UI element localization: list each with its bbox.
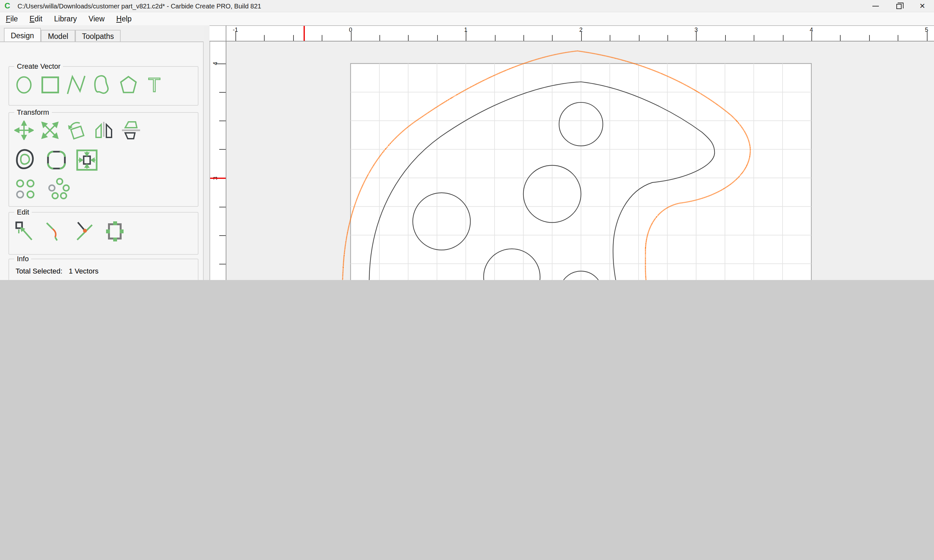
- drawing-surface[interactable]: [227, 42, 934, 280]
- node-edit-tool[interactable]: [14, 220, 36, 242]
- horizontal-ruler: -1012345: [227, 25, 934, 42]
- h-ruler-label: 0: [343, 26, 358, 33]
- info-group: Info Total Selected: 1 Vectors Open Sele…: [8, 258, 199, 280]
- create-vector-group: Create Vector: [8, 66, 199, 106]
- h-ruler-tick: [581, 32, 581, 41]
- design-pane: Create Vector: [0, 42, 203, 280]
- design-sidebar: Design Model Toolpaths Create Vector: [0, 25, 203, 280]
- h-ruler-tick: [495, 35, 495, 41]
- inner-offset-tool[interactable]: [75, 148, 99, 172]
- h-ruler-label: 4: [804, 26, 819, 33]
- minimize-button[interactable]: [864, 0, 887, 12]
- linear-array-tool[interactable]: [14, 178, 38, 200]
- move-tool[interactable]: [14, 120, 34, 140]
- circle-tool[interactable]: [14, 75, 35, 95]
- app-logo-icon: C: [5, 2, 12, 10]
- h-ruler-cursor: [304, 26, 305, 41]
- v-ruler-tick: [219, 206, 226, 207]
- minimize-icon: [872, 6, 879, 6]
- h-ruler-tick: [811, 32, 812, 41]
- h-ruler-tick: [783, 35, 783, 41]
- h-ruler-tick: [667, 35, 668, 41]
- h-ruler-tick: [379, 35, 380, 41]
- h-ruler-label: 2: [573, 26, 589, 33]
- close-button[interactable]: ✕: [911, 0, 934, 12]
- tab-strip: Design Model Toolpaths: [0, 25, 203, 42]
- h-ruler-tick: [351, 32, 351, 41]
- window-title: C:/Users/willa/Downloads/customer part_v…: [17, 2, 261, 9]
- h-ruler-tick: [610, 35, 610, 41]
- info-total-selected-label: Total Selected:: [15, 267, 62, 275]
- h-ruler-tick: [236, 32, 236, 41]
- flip-tool[interactable]: [121, 120, 142, 140]
- info-total-selected: Total Selected: 1 Vectors: [15, 267, 62, 275]
- text-tool[interactable]: T: [144, 75, 165, 95]
- resize-node-tool[interactable]: [104, 220, 126, 242]
- create-vector-label: Create Vector: [14, 62, 63, 70]
- h-ruler-label: 3: [689, 26, 704, 33]
- h-ruler-tick: [523, 35, 524, 41]
- tab-design[interactable]: Design: [4, 28, 41, 42]
- polyline-tool[interactable]: [66, 75, 87, 95]
- title-bar: C C:/Users/willa/Downloads/customer part…: [0, 0, 934, 12]
- h-ruler-tick: [926, 32, 927, 41]
- curve-tool[interactable]: [92, 75, 113, 95]
- circular-array-tool[interactable]: [47, 178, 71, 200]
- h-ruler-tick: [264, 35, 265, 41]
- rectangle-tool[interactable]: [40, 75, 61, 95]
- v-ruler-tick: [219, 149, 226, 150]
- v-ruler-label: 4: [212, 57, 220, 70]
- v-ruler-tick: [219, 92, 226, 93]
- h-ruler-tick: [293, 35, 293, 41]
- split-tool[interactable]: [74, 220, 96, 242]
- h-ruler-tick: [869, 35, 869, 41]
- h-ruler-label: 5: [919, 26, 934, 33]
- carbide-create-window: C C:/Users/willa/Downloads/customer part…: [0, 0, 934, 280]
- vertical-ruler: 01234: [210, 25, 227, 280]
- info-total-selected-value: 1 Vectors: [69, 267, 99, 275]
- polygon-tool[interactable]: [118, 75, 139, 95]
- info-label: Info: [14, 255, 31, 263]
- transform-group: Transform: [8, 112, 199, 207]
- h-ruler-tick: [898, 35, 899, 41]
- menu-file[interactable]: File: [0, 14, 24, 24]
- trim-tool[interactable]: [44, 220, 66, 242]
- h-ruler-tick: [408, 35, 409, 41]
- h-ruler-tick: [437, 35, 438, 41]
- menu-bar: FileEditLibraryViewHelp: [0, 12, 934, 25]
- h-ruler-label: 1: [458, 26, 473, 33]
- v-ruler-tick: [219, 264, 226, 265]
- menu-view[interactable]: View: [83, 14, 110, 24]
- h-ruler-tick: [696, 32, 697, 41]
- svg-text:T: T: [148, 75, 160, 95]
- h-ruler-tick: [552, 35, 553, 41]
- h-ruler-tick: [754, 35, 754, 41]
- mirror-tool[interactable]: [93, 120, 114, 140]
- h-ruler-tick: [322, 35, 322, 41]
- tab-model[interactable]: Model: [41, 30, 75, 42]
- canvas-viewport[interactable]: 01234 -1012345: [203, 25, 934, 280]
- h-ruler-tick: [638, 35, 639, 41]
- edit-group: Edit: [8, 212, 199, 255]
- h-ruler-tick: [466, 32, 466, 41]
- v-ruler-tick: [219, 235, 226, 236]
- window-controls: ✕: [864, 0, 934, 12]
- scale-tool[interactable]: [40, 120, 60, 140]
- h-ruler-label: -1: [228, 26, 243, 33]
- transform-label: Transform: [14, 108, 52, 116]
- h-ruler-tick: [840, 35, 841, 41]
- tab-toolpaths[interactable]: Toolpaths: [75, 30, 121, 42]
- menu-help[interactable]: Help: [111, 14, 137, 24]
- edit-label: Edit: [14, 208, 32, 216]
- menu-edit[interactable]: Edit: [24, 14, 48, 24]
- close-icon: ✕: [919, 3, 925, 10]
- offset-tool[interactable]: [14, 148, 38, 172]
- menu-library[interactable]: Library: [48, 14, 83, 24]
- fillet-tool[interactable]: [45, 149, 68, 171]
- rotate-tool[interactable]: [66, 120, 87, 140]
- restore-icon: [896, 3, 902, 9]
- h-ruler-tick: [725, 35, 726, 41]
- restore-button[interactable]: [887, 0, 911, 12]
- ruler-corner: [210, 25, 227, 42]
- v-ruler-tick: [219, 121, 226, 122]
